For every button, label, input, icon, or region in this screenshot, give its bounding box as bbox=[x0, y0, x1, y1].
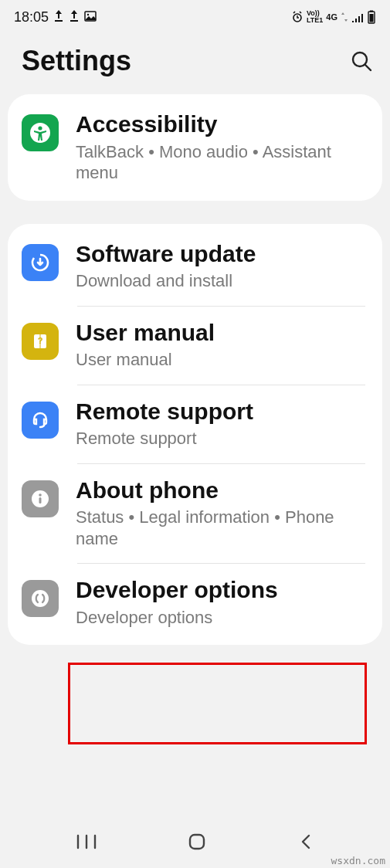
status-time: 18:05 bbox=[14, 9, 49, 25]
about-phone-icon bbox=[22, 480, 59, 517]
upload-icon bbox=[69, 9, 80, 25]
settings-item-title: About phone bbox=[76, 477, 365, 504]
highlight-box bbox=[68, 663, 367, 744]
svg-point-1 bbox=[87, 13, 89, 15]
signal-icon bbox=[351, 12, 364, 22]
status-left: 18:05 bbox=[14, 9, 97, 25]
volte-indicator: Vo))LTE1 bbox=[307, 10, 323, 24]
search-button[interactable] bbox=[348, 48, 375, 74]
status-right: Vo))LTE1 4G bbox=[291, 10, 376, 24]
svg-text:?: ? bbox=[38, 336, 43, 345]
svg-rect-19 bbox=[190, 835, 204, 849]
search-icon bbox=[350, 49, 373, 73]
settings-item-about-phone[interactable]: About phone Status • Legal information •… bbox=[8, 463, 382, 564]
watermark: wsxdn.com bbox=[331, 855, 385, 866]
alarm-icon bbox=[291, 11, 304, 23]
settings-item-title: Software update bbox=[76, 241, 365, 268]
svg-rect-4 bbox=[370, 11, 373, 12]
settings-item-subtitle: Developer options bbox=[76, 607, 365, 629]
settings-group: Software update Download and install ? U… bbox=[8, 224, 382, 646]
status-bar: 18:05 Vo))LTE1 4G bbox=[0, 0, 390, 31]
settings-group: Accessibility TalkBack • Mono audio • As… bbox=[8, 94, 382, 201]
settings-item-text: Developer options Developer options bbox=[76, 577, 365, 628]
svg-line-7 bbox=[365, 65, 371, 70]
page-title: Settings bbox=[22, 45, 131, 77]
settings-item-title: User manual bbox=[76, 320, 365, 347]
settings-item-title: Remote support bbox=[76, 398, 365, 426]
settings-item-user-manual[interactable]: ? User manual User manual bbox=[8, 306, 382, 385]
back-button[interactable] bbox=[298, 832, 314, 854]
home-button[interactable] bbox=[188, 832, 206, 854]
settings-item-subtitle: User manual bbox=[76, 349, 365, 371]
settings-item-subtitle: TalkBack • Mono audio • Assistant menu bbox=[76, 141, 365, 184]
settings-item-software-update[interactable]: Software update Download and install bbox=[8, 227, 382, 306]
svg-point-13 bbox=[39, 493, 42, 497]
image-icon bbox=[84, 9, 97, 25]
settings-item-title: Developer options bbox=[76, 577, 365, 604]
settings-item-accessibility[interactable]: Accessibility TalkBack • Mono audio • As… bbox=[8, 97, 382, 198]
user-manual-icon: ? bbox=[22, 323, 59, 360]
settings-item-text: Software update Download and install bbox=[76, 241, 365, 292]
developer-options-icon bbox=[22, 580, 59, 617]
battery-icon bbox=[367, 10, 376, 24]
svg-point-15 bbox=[32, 590, 49, 607]
accessibility-icon bbox=[22, 114, 59, 151]
software-update-icon bbox=[22, 244, 59, 281]
settings-item-text: User manual User manual bbox=[76, 320, 365, 371]
settings-item-title: Accessibility bbox=[76, 111, 365, 138]
settings-item-remote-support[interactable]: Remote support Remote support bbox=[8, 385, 382, 463]
settings-item-subtitle: Remote support bbox=[76, 428, 365, 449]
svg-rect-14 bbox=[39, 497, 42, 504]
settings-item-subtitle: Download and install bbox=[76, 270, 365, 292]
settings-item-text: About phone Status • Legal information •… bbox=[76, 477, 365, 550]
settings-item-text: Accessibility TalkBack • Mono audio • As… bbox=[76, 111, 365, 184]
updown-icon bbox=[341, 12, 348, 22]
page-header: Settings bbox=[0, 31, 390, 94]
remote-support-icon bbox=[22, 402, 59, 439]
upload-icon bbox=[53, 9, 64, 25]
settings-item-subtitle: Status • Legal information • Phone name bbox=[76, 507, 365, 549]
settings-item-text: Remote support Remote support bbox=[76, 398, 365, 449]
svg-point-9 bbox=[38, 126, 42, 130]
svg-rect-5 bbox=[370, 14, 374, 22]
settings-item-developer-options[interactable]: Developer options Developer options bbox=[8, 563, 382, 642]
recents-button[interactable] bbox=[76, 834, 97, 853]
network-indicator: 4G bbox=[326, 12, 337, 22]
